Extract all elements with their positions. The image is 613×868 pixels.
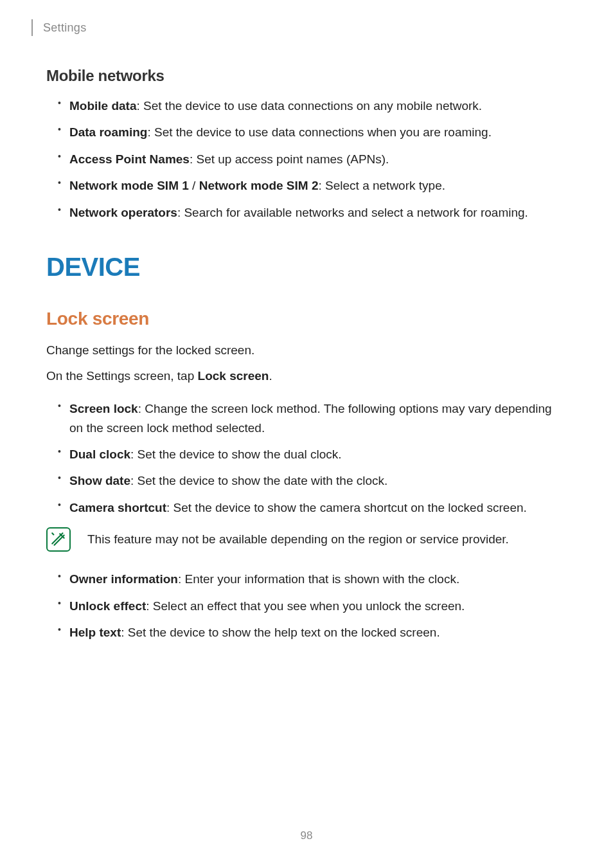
note-icon [46, 527, 71, 552]
page-number: 98 [0, 829, 613, 842]
list-item: Data roaming: Set the device to use data… [46, 123, 567, 141]
item-desc: : Set the device to show the dual clock. [130, 448, 341, 461]
list-item: Mobile data: Set the device to use data … [46, 96, 567, 115]
list-item: Network mode SIM 1 / Network mode SIM 2:… [46, 176, 567, 195]
list-item: Show date: Set the device to show the da… [46, 471, 567, 490]
item-label: Owner information [69, 572, 178, 586]
mobile-networks-list: Mobile data: Set the device to use data … [46, 96, 567, 222]
lock-screen-list-1: Screen lock: Change the screen lock meth… [46, 399, 567, 517]
item-desc: : Set the device to show the date with t… [130, 474, 387, 487]
item-desc: : Set the device to use data connections… [137, 99, 483, 113]
item-desc: : Select an effect that you see when you… [146, 599, 465, 613]
item-label: Help text [69, 626, 121, 639]
header-marker [31, 19, 33, 36]
main-heading-device: DEVICE [46, 253, 567, 282]
item-label: Unlock effect [69, 599, 146, 613]
note-text: This feature may not be available depend… [87, 530, 509, 549]
item-desc: : Select a network type. [319, 179, 446, 192]
subsection-mobile-networks: Mobile networks [46, 67, 567, 85]
lock-screen-list-2: Owner information: Enter your informatio… [46, 570, 567, 642]
item-label: Show date [69, 474, 130, 487]
item-label: Network operators [69, 206, 177, 219]
list-item: Screen lock: Change the screen lock meth… [46, 399, 567, 437]
list-item: Access Point Names: Set up access point … [46, 150, 567, 168]
list-item: Help text: Set the device to show the he… [46, 623, 567, 642]
section-lock-screen: Lock screen [46, 309, 567, 329]
item-label2: Network mode SIM 2 [199, 179, 319, 192]
item-label: Network mode SIM 1 [69, 179, 189, 192]
intro-text-2: On the Settings screen, tap Lock screen. [46, 366, 567, 385]
list-item: Network operators: Search for available … [46, 203, 567, 222]
list-item: Owner information: Enter your informatio… [46, 570, 567, 588]
item-desc: : Change the screen lock method. The fol… [69, 402, 552, 434]
list-item: Camera shortcut: Set the device to show … [46, 498, 567, 517]
header-title: Settings [43, 21, 86, 35]
list-item: Unlock effect: Select an effect that you… [46, 597, 567, 615]
item-label: Mobile data [69, 99, 137, 113]
item-desc: : Set the device to show the camera shor… [166, 501, 527, 514]
note-row: This feature may not be available depend… [46, 527, 567, 552]
item-desc: : Set the device to use data connections… [147, 125, 492, 139]
list-item: Dual clock: Set the device to show the d… [46, 445, 567, 464]
item-desc: : Search for available networks and sele… [177, 206, 528, 219]
item-separator: / [189, 179, 199, 192]
item-label: Screen lock [69, 402, 138, 415]
intro2-suffix: . [269, 369, 272, 383]
item-desc: : Set the device to show the help text o… [121, 626, 440, 639]
item-label: Access Point Names [69, 152, 190, 166]
intro2-bold: Lock screen [198, 369, 269, 383]
item-label: Dual clock [69, 448, 130, 461]
item-desc: : Set up access point names (APNs). [190, 152, 389, 166]
page-content: Mobile networks Mobile data: Set the dev… [46, 67, 567, 653]
intro2-prefix: On the Settings screen, tap [46, 369, 198, 383]
item-desc: : Enter your information that is shown w… [178, 572, 459, 586]
item-label: Camera shortcut [69, 501, 166, 514]
item-label: Data roaming [69, 125, 147, 139]
intro-text-1: Change settings for the locked screen. [46, 341, 567, 359]
